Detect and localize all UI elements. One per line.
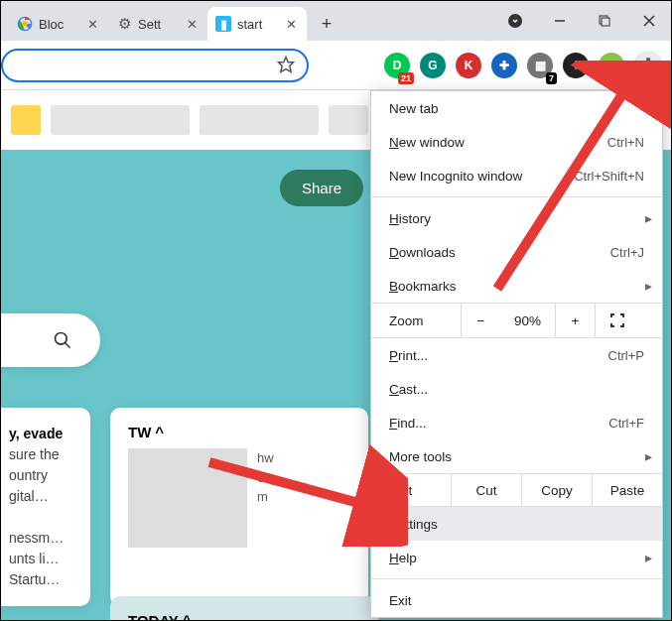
toolbar: D21 G K ✚ ▦7 ✦ 🐸 <box>1 41 671 90</box>
app-icon: ▮ <box>215 16 231 32</box>
minimize-button[interactable] <box>537 6 582 36</box>
cut-button[interactable]: Cut <box>451 474 521 506</box>
svg-point-10 <box>646 63 650 67</box>
svg-marker-8 <box>279 57 294 71</box>
menu-incognito[interactable]: New Incognito windowCtrl+Shift+N <box>371 159 662 192</box>
chevron-right-icon: ▸ <box>645 210 652 226</box>
address-bar[interactable] <box>1 49 309 82</box>
chevron-right-icon: ▸ <box>645 448 652 464</box>
svg-point-11 <box>646 69 650 73</box>
maximize-button[interactable] <box>582 6 626 36</box>
chevron-right-icon: ▸ <box>645 550 652 565</box>
profile-avatar[interactable]: 🐸 <box>599 53 624 78</box>
menu-zoom: Zoom − 90% + <box>371 303 662 338</box>
tab-strip: Bloc ✕ ⚙ Sett ✕ ▮ start ✕ + <box>1 1 671 41</box>
star-icon[interactable] <box>277 56 297 75</box>
menu-edit: Edit Cut Copy Paste <box>371 473 662 507</box>
headline: y, evade <box>9 424 72 444</box>
gear-icon: ⚙ <box>116 16 132 32</box>
zoom-out-button[interactable]: − <box>461 304 500 337</box>
chrome-menu-button[interactable] <box>633 51 663 80</box>
menu-bookmarks[interactable]: Bookmarks▸ <box>371 269 662 303</box>
zoom-in-button[interactable]: + <box>555 304 595 337</box>
svg-line-13 <box>66 343 70 348</box>
browser-tab-active[interactable]: ▮ start ✕ <box>207 7 307 41</box>
share-button[interactable]: Share <box>280 170 363 206</box>
aborted-icon[interactable] <box>492 6 537 36</box>
menu-help[interactable]: Help▸ <box>371 541 662 574</box>
svg-point-12 <box>56 333 67 345</box>
close-window-button[interactable] <box>626 6 671 36</box>
close-icon[interactable]: ✕ <box>283 16 299 32</box>
svg-point-1 <box>22 21 27 26</box>
menu-settings[interactable]: Settings <box>371 507 662 541</box>
extension-icon[interactable]: K <box>456 53 481 78</box>
search-pill[interactable] <box>1 313 100 367</box>
tw-card[interactable]: TW ^ hw exp m <box>110 408 368 606</box>
tab-title: start <box>237 17 277 32</box>
extension-icon[interactable]: G <box>420 53 446 78</box>
badge: 7 <box>546 72 557 84</box>
svg-point-9 <box>646 58 650 62</box>
fullscreen-button[interactable] <box>595 304 639 337</box>
chevron-up-icon: ^ <box>183 612 192 620</box>
zoom-value: 90% <box>500 313 555 328</box>
paste-button[interactable]: Paste <box>592 474 662 506</box>
menu-find[interactable]: Find...Ctrl+F <box>371 406 662 439</box>
today-card: TODAY ^ ALL (4) OPEN (1) COMPLETED (3) <box>110 596 378 620</box>
new-tab-button[interactable]: + <box>313 10 340 38</box>
menu-more-tools[interactable]: More tools▸ <box>371 439 662 473</box>
window-controls <box>492 1 671 41</box>
browser-tab[interactable]: ⚙ Sett ✕ <box>108 7 207 41</box>
chevron-up-icon: ^ <box>155 424 164 440</box>
extension-icon[interactable]: D21 <box>384 53 410 78</box>
badge: 21 <box>398 72 414 84</box>
tab-title: Sett <box>138 17 178 32</box>
menu-history[interactable]: History▸ <box>371 201 662 235</box>
today-title: TODAY ^ <box>128 612 360 620</box>
extension-icon[interactable]: ✚ <box>491 53 517 78</box>
chevron-right-icon: ▸ <box>645 278 652 294</box>
browser-tab[interactable]: Bloc ✕ <box>9 7 108 41</box>
menu-downloads[interactable]: DownloadsCtrl+J <box>371 235 662 269</box>
menu-cast[interactable]: Cast... <box>371 372 662 406</box>
svg-rect-5 <box>602 18 609 26</box>
blurred-image <box>128 448 247 548</box>
menu-exit[interactable]: Exit <box>371 583 662 617</box>
chrome-menu: New tab New windowCtrl+N New Incognito w… <box>370 90 663 618</box>
extension-icon[interactable]: ▦7 <box>527 53 553 78</box>
close-icon[interactable]: ✕ <box>84 16 100 32</box>
google-icon <box>17 16 33 32</box>
copy-button[interactable]: Copy <box>521 474 592 506</box>
tab-title: Bloc <box>39 17 78 32</box>
menu-new-window[interactable]: New windowCtrl+N <box>371 125 662 159</box>
card-title: TW ^ <box>128 424 350 440</box>
extensions-puzzle-icon[interactable]: ✦ <box>563 53 589 78</box>
close-icon[interactable]: ✕ <box>184 16 200 32</box>
search-icon <box>53 330 72 350</box>
news-card[interactable]: y, evade sure the ountry gital… nessm… u… <box>1 408 90 606</box>
menu-new-tab[interactable]: New tab <box>371 91 662 125</box>
menu-print[interactable]: Print...Ctrl+P <box>371 338 662 372</box>
